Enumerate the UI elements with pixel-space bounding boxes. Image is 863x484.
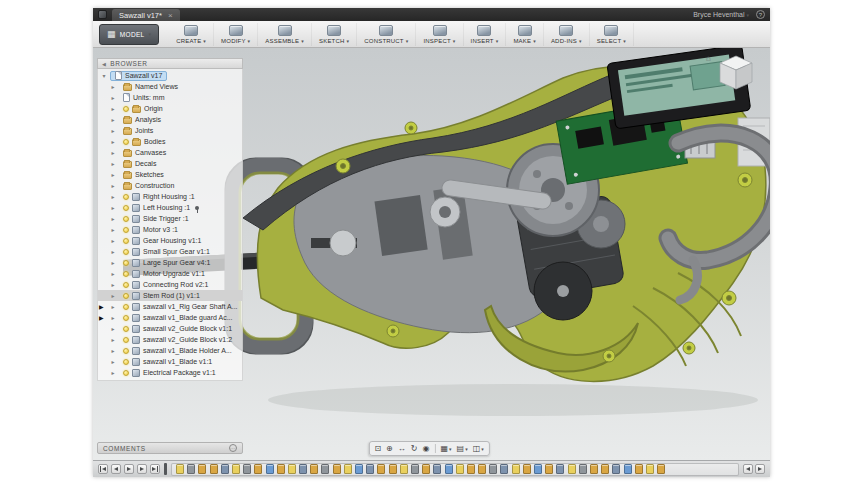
- view-cube-icon[interactable]: [714, 52, 758, 96]
- browser-item[interactable]: ▸Small Spur Gear v1:1: [98, 246, 242, 257]
- visibility-bulb-icon[interactable]: [123, 205, 129, 211]
- timeline-position-marker[interactable]: [164, 463, 167, 475]
- browser-item[interactable]: ▸Connecting Rod v2:1: [98, 279, 242, 290]
- timeline-feature-component-icon[interactable]: [646, 464, 654, 474]
- look-at-icon[interactable]: ◉: [423, 444, 430, 454]
- visibility-bulb-icon[interactable]: [123, 359, 129, 365]
- timeline-feature-sketch-icon[interactable]: [489, 464, 497, 474]
- toolbar-menu-modify[interactable]: MODIFY▾: [214, 23, 258, 46]
- browser-item[interactable]: ▸Gear Housing v1:1: [98, 235, 242, 246]
- visibility-bulb-icon[interactable]: [123, 227, 129, 233]
- visibility-bulb-icon[interactable]: [123, 238, 129, 244]
- pan-icon[interactable]: ↔: [398, 444, 406, 454]
- timeline-play-button[interactable]: [124, 464, 134, 474]
- zoom-icon[interactable]: ⊕: [386, 444, 393, 454]
- timeline-scroll-left-button[interactable]: [743, 464, 753, 474]
- browser-item[interactable]: ▶▸sawzall v1_Rig Gear Shaft A...: [98, 301, 242, 312]
- browser-item[interactable]: ▸Bodies: [98, 136, 242, 147]
- expand-triangle-icon[interactable]: ▾: [101, 72, 107, 79]
- visibility-bulb-icon[interactable]: [123, 249, 129, 255]
- timeline-feature-extrude-icon[interactable]: [310, 464, 318, 474]
- timeline-feature-fillet-icon[interactable]: [355, 464, 363, 474]
- timeline-feature-extrude-icon[interactable]: [333, 464, 341, 474]
- visibility-bulb-icon[interactable]: [123, 216, 129, 222]
- browser-item[interactable]: ▸Motor v3 :1: [98, 224, 242, 235]
- timeline-feature-sketch-icon[interactable]: [411, 464, 419, 474]
- display-settings-icon[interactable]: ▦▾: [441, 444, 452, 454]
- timeline-feature-extrude-icon[interactable]: [254, 464, 262, 474]
- timeline-track[interactable]: [171, 463, 739, 476]
- visibility-bulb-icon[interactable]: [123, 304, 129, 310]
- browser-item[interactable]: ▸Stem Rod (1) v1:1: [98, 290, 242, 301]
- timeline-feature-joint-icon[interactable]: [221, 464, 229, 474]
- toolbar-menu-make[interactable]: MAKE▾: [506, 23, 544, 46]
- timeline-feature-sketch-icon[interactable]: [579, 464, 587, 474]
- help-icon[interactable]: ?: [756, 10, 765, 19]
- tab-close-icon[interactable]: ×: [168, 12, 173, 19]
- timeline-feature-joint-icon[interactable]: [299, 464, 307, 474]
- timeline-feature-extrude-icon[interactable]: [422, 464, 430, 474]
- expand-triangle-icon[interactable]: ▸: [110, 215, 116, 222]
- browser-item[interactable]: ▸Origin: [98, 103, 242, 114]
- timeline-feature-joint-icon[interactable]: [366, 464, 374, 474]
- visibility-bulb-icon[interactable]: [123, 315, 129, 321]
- browser-item[interactable]: ▸sawzall v1_Blade v1:1: [98, 356, 242, 367]
- browser-header[interactable]: ◀ BROWSER: [97, 58, 243, 69]
- toolbar-menu-assemble[interactable]: ASSEMBLE▾: [258, 23, 312, 46]
- expand-triangle-icon[interactable]: ▸: [110, 369, 116, 376]
- browser-item[interactable]: ▸Sketches: [98, 169, 242, 180]
- model-viewport[interactable]: ⌂ ◀ BROWSER ▾Sawzall v17▸Named Views▸Uni…: [93, 48, 770, 460]
- expand-triangle-icon[interactable]: ▸: [110, 226, 116, 233]
- timeline-feature-component-icon[interactable]: [400, 464, 408, 474]
- user-menu[interactable]: Bryce Heventhal ▾: [693, 11, 749, 18]
- view-cube[interactable]: ⌂: [706, 52, 764, 98]
- timeline-feature-component-icon[interactable]: [456, 464, 464, 474]
- timeline-feature-extrude-icon[interactable]: [523, 464, 531, 474]
- visibility-bulb-icon[interactable]: [123, 326, 129, 332]
- workspace-selector[interactable]: ▦ MODEL ▾: [99, 24, 159, 45]
- browser-item[interactable]: ▸Analysis: [98, 114, 242, 125]
- expand-triangle-icon[interactable]: ▸: [110, 303, 116, 310]
- timeline-feature-sketch-icon[interactable]: [321, 464, 329, 474]
- timeline-feature-extrude-icon[interactable]: [198, 464, 206, 474]
- timeline-feature-extrude-icon[interactable]: [389, 464, 397, 474]
- expand-triangle-icon[interactable]: ▸: [110, 281, 116, 288]
- browser-item[interactable]: ▸sawzall v1_Blade Holder A...: [98, 345, 242, 356]
- expand-triangle-icon[interactable]: ▸: [110, 347, 116, 354]
- expand-triangle-icon[interactable]: ▸: [110, 149, 116, 156]
- toolbar-menu-construct[interactable]: CONSTRUCT▾: [357, 23, 416, 46]
- expand-triangle-icon[interactable]: ▸: [110, 270, 116, 277]
- expand-triangle-icon[interactable]: ▸: [110, 248, 116, 255]
- toolbar-menu-create[interactable]: CREATE▾: [169, 23, 214, 46]
- toolbar-menu-sketch[interactable]: SKETCH▾: [312, 23, 357, 46]
- browser-item[interactable]: ▸Joints: [98, 125, 242, 136]
- timeline-feature-extrude-icon[interactable]: [210, 464, 218, 474]
- expand-triangle-icon[interactable]: ▸: [110, 259, 116, 266]
- timeline-feature-component-icon[interactable]: [176, 464, 184, 474]
- visibility-bulb-icon[interactable]: [123, 139, 129, 145]
- expand-triangle-icon[interactable]: ▸: [110, 237, 116, 244]
- expand-triangle-icon[interactable]: ▸: [110, 116, 116, 123]
- expand-triangle-icon[interactable]: ▸: [110, 314, 116, 321]
- timeline-feature-joint-icon[interactable]: [500, 464, 508, 474]
- browser-item[interactable]: ▸Units: mm: [98, 92, 242, 103]
- toolbar-menu-insert[interactable]: INSERT▾: [464, 23, 507, 46]
- timeline-feature-extrude-icon[interactable]: [545, 464, 553, 474]
- timeline-feature-joint-icon[interactable]: [612, 464, 620, 474]
- timeline-feature-joint-icon[interactable]: [433, 464, 441, 474]
- home-icon[interactable]: ⌂: [706, 54, 711, 63]
- timeline-feature-sketch-icon[interactable]: [187, 464, 195, 474]
- collapse-panel-icon[interactable]: ◀: [102, 61, 106, 67]
- timeline-feature-sketch-icon[interactable]: [243, 464, 251, 474]
- timeline-step-forward-button[interactable]: [137, 464, 147, 474]
- visibility-bulb-icon[interactable]: [123, 271, 129, 277]
- browser-item[interactable]: ▸Side Trigger :1: [98, 213, 242, 224]
- browser-item[interactable]: ▶▸sawzall v1_Blade guard Ac...: [98, 312, 242, 323]
- browser-item[interactable]: ▾Sawzall v17: [98, 70, 242, 81]
- viewports-icon[interactable]: ◫▾: [473, 444, 484, 454]
- expand-triangle-icon[interactable]: ▸: [110, 358, 116, 365]
- timeline-feature-extrude-icon[interactable]: [590, 464, 598, 474]
- browser-item[interactable]: ▸Named Views: [98, 81, 242, 92]
- fusion-logo-icon[interactable]: [98, 10, 107, 19]
- timeline-scroll-right-button[interactable]: [755, 464, 765, 474]
